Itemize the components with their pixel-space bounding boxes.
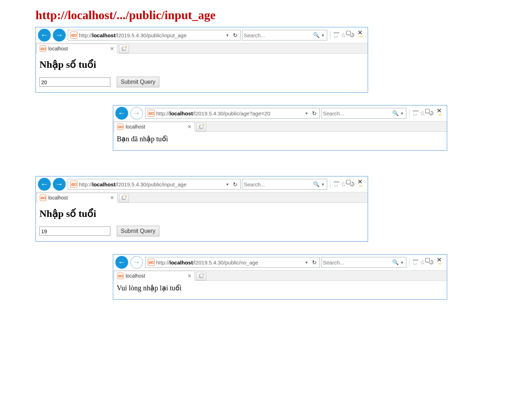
tab-close-icon[interactable]: ✕ bbox=[187, 124, 192, 130]
page-heading: Nhập số tuổi bbox=[39, 59, 364, 70]
address-bar[interactable]: ഓ http://localhost/l2019.5.4.30/public/n… bbox=[145, 257, 320, 268]
xampp-favicon-icon: ഓ bbox=[117, 124, 124, 130]
tab-close-icon[interactable]: ✕ bbox=[110, 46, 114, 51]
tab-localhost[interactable]: ഓ localhost ✕ bbox=[37, 193, 117, 203]
search-icon[interactable]: 🔍 bbox=[312, 181, 320, 187]
search-box[interactable]: Search... 🔍 ▼ bbox=[321, 257, 406, 268]
minimize-icon[interactable]: — bbox=[333, 30, 340, 35]
tab-title: localhost bbox=[126, 124, 185, 130]
forward-button[interactable]: → bbox=[53, 178, 66, 191]
url-text: http://localhost/l2019.5.4.30/public/inp… bbox=[79, 181, 224, 187]
tab-title: localhost bbox=[126, 273, 185, 279]
refresh-icon[interactable]: ↻ bbox=[231, 181, 240, 188]
age-input[interactable] bbox=[39, 226, 110, 236]
minimize-icon[interactable]: — bbox=[412, 108, 419, 114]
search-icon[interactable]: 🔍 bbox=[391, 259, 400, 266]
back-button[interactable]: ← bbox=[115, 256, 128, 269]
xampp-favicon-icon: ഓ bbox=[40, 45, 46, 52]
svg-rect-3 bbox=[200, 125, 203, 128]
search-box[interactable]: Search... 🔍 ▼ bbox=[242, 30, 327, 40]
refresh-icon[interactable]: ↻ bbox=[310, 110, 319, 117]
back-button[interactable]: ← bbox=[38, 29, 51, 42]
separator bbox=[330, 180, 330, 188]
forward-button[interactable]: → bbox=[130, 256, 143, 269]
page-heading: Nhập số tuổi bbox=[39, 208, 364, 219]
new-tab-button[interactable] bbox=[196, 272, 206, 280]
svg-rect-5 bbox=[123, 196, 126, 199]
close-icon[interactable]: ✕ bbox=[357, 29, 363, 36]
window-controls: — ▢ ✕ bbox=[333, 29, 363, 36]
search-icon[interactable]: 🔍 bbox=[312, 32, 320, 38]
tab-localhost[interactable]: ഓ localhost ✕ bbox=[114, 271, 195, 281]
search-placeholder: Search... bbox=[244, 181, 265, 187]
result-text: Bạn đã nhập tuổi bbox=[117, 134, 443, 145]
submit-button[interactable]: Submit Query bbox=[117, 77, 159, 87]
browser-window-input-1: — ▢ ✕ ← → ഓ http://localhost/l2019.5.4.3… bbox=[35, 27, 368, 93]
tab-title: localhost bbox=[48, 46, 108, 51]
svg-rect-1 bbox=[123, 47, 126, 50]
separator bbox=[409, 109, 410, 117]
window-controls: — ▢ ✕ bbox=[412, 108, 443, 114]
xampp-favicon-icon: ഓ bbox=[70, 32, 77, 39]
close-icon[interactable]: ✕ bbox=[357, 179, 363, 185]
back-button[interactable]: ← bbox=[115, 107, 128, 120]
separator bbox=[409, 258, 410, 267]
svg-rect-7 bbox=[200, 274, 203, 277]
new-tab-button[interactable] bbox=[119, 45, 129, 53]
tab-title: localhost bbox=[48, 195, 108, 201]
url-dropdown-icon[interactable]: ▼ bbox=[224, 182, 231, 186]
browser-window-input-2: — ▢ ✕ ← → ഓ http://localhost/l2019.5.4.3… bbox=[35, 176, 368, 242]
back-button[interactable]: ← bbox=[38, 178, 51, 191]
new-tab-button[interactable] bbox=[119, 194, 129, 202]
search-dropdown-icon[interactable]: ▼ bbox=[320, 182, 325, 186]
minimize-icon[interactable]: — bbox=[333, 179, 340, 185]
forward-button[interactable]: → bbox=[130, 107, 143, 120]
xampp-favicon-icon: ഓ bbox=[148, 110, 155, 117]
search-box[interactable]: Search... 🔍 ▼ bbox=[242, 179, 327, 190]
separator bbox=[330, 31, 330, 39]
search-dropdown-icon[interactable]: ▼ bbox=[400, 111, 405, 115]
url-dropdown-icon[interactable]: ▼ bbox=[224, 33, 231, 37]
minimize-icon[interactable]: — bbox=[412, 257, 419, 263]
tab-localhost[interactable]: ഓ localhost ✕ bbox=[37, 44, 117, 54]
window-controls: — ▢ ✕ bbox=[333, 179, 363, 185]
slide-title: http://localhost/.../public/input_age bbox=[35, 9, 532, 22]
browser-window-result-2: — ▢ ✕ ← → ഓ http://localhost/l2019.5.4.3… bbox=[113, 254, 447, 300]
tab-localhost[interactable]: ഓ localhost ✕ bbox=[114, 122, 195, 132]
forward-button[interactable]: → bbox=[53, 29, 66, 42]
search-placeholder: Search... bbox=[244, 32, 265, 38]
age-input[interactable] bbox=[39, 77, 110, 87]
address-bar[interactable]: ഓ http://localhost/l2019.5.4.30/public/a… bbox=[145, 108, 320, 119]
xampp-favicon-icon: ഓ bbox=[117, 273, 124, 279]
close-icon[interactable]: ✕ bbox=[436, 108, 443, 114]
result-text: Vui lòng nhập lại tuổi bbox=[117, 283, 443, 294]
maximize-icon[interactable]: ▢ bbox=[424, 257, 431, 263]
url-text: http://localhost/l2019.5.4.30/public/no_… bbox=[156, 259, 303, 266]
xampp-favicon-icon: ഓ bbox=[148, 259, 155, 266]
close-icon[interactable]: ✕ bbox=[436, 257, 443, 263]
window-controls: — ▢ ✕ bbox=[412, 257, 443, 263]
url-text: http://localhost/l2019.5.4.30/public/inp… bbox=[79, 32, 224, 38]
search-icon[interactable]: 🔍 bbox=[391, 110, 400, 116]
maximize-icon[interactable]: ▢ bbox=[345, 179, 352, 185]
maximize-icon[interactable]: ▢ bbox=[345, 30, 352, 35]
maximize-icon[interactable]: ▢ bbox=[424, 108, 431, 114]
search-placeholder: Search... bbox=[323, 259, 344, 266]
xampp-favicon-icon: ഓ bbox=[70, 181, 77, 188]
refresh-icon[interactable]: ↻ bbox=[310, 259, 319, 266]
search-placeholder: Search... bbox=[323, 110, 344, 116]
search-box[interactable]: Search... 🔍 ▼ bbox=[321, 108, 406, 119]
address-bar[interactable]: ഓ http://localhost/l2019.5.4.30/public/i… bbox=[68, 30, 241, 40]
submit-button[interactable]: Submit Query bbox=[117, 226, 159, 236]
new-tab-button[interactable] bbox=[196, 123, 206, 131]
url-dropdown-icon[interactable]: ▼ bbox=[303, 261, 310, 264]
refresh-icon[interactable]: ↻ bbox=[231, 32, 240, 39]
xampp-favicon-icon: ഓ bbox=[40, 195, 46, 201]
search-dropdown-icon[interactable]: ▼ bbox=[400, 261, 405, 264]
url-dropdown-icon[interactable]: ▼ bbox=[303, 111, 310, 115]
url-text: http://localhost/l2019.5.4.30/public/age… bbox=[156, 110, 303, 116]
search-dropdown-icon[interactable]: ▼ bbox=[320, 33, 325, 37]
tab-close-icon[interactable]: ✕ bbox=[110, 195, 114, 201]
address-bar[interactable]: ഓ http://localhost/l2019.5.4.30/public/i… bbox=[68, 179, 241, 190]
tab-close-icon[interactable]: ✕ bbox=[187, 273, 192, 279]
